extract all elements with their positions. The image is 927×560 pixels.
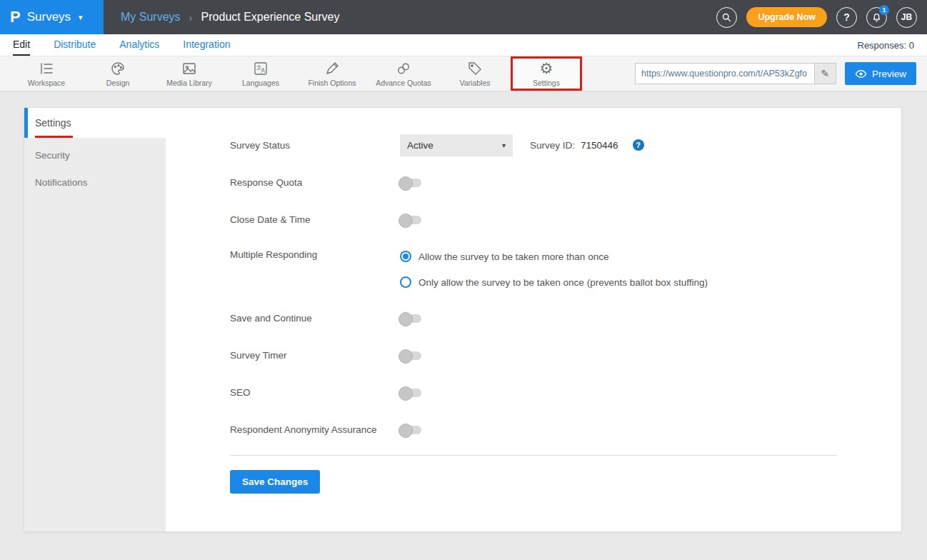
edit-url-button[interactable]: ✎ (814, 64, 836, 84)
page-title: Product Experience Survey (201, 11, 340, 24)
radio-unselected-icon (400, 276, 411, 288)
active-tab-underline (35, 136, 73, 138)
topbar: P Surveys ▾ My Surveys › Product Experie… (0, 0, 927, 34)
pencil-icon: ✎ (821, 68, 830, 79)
survey-url-input[interactable] (636, 64, 814, 84)
toolbar-item-advance-quotas[interactable]: Advance Quotas (368, 56, 439, 91)
topbar-actions: Upgrade Now ? 1 JB (716, 7, 927, 28)
sidebar-item-notifications[interactable]: Notifications (24, 169, 166, 196)
toolbar-item-media-library[interactable]: Media Library (154, 56, 225, 91)
radio-option-only-once[interactable]: Only allow the survey to be taken once (… (400, 272, 837, 292)
settings-panel: Survey Status Active ▾ Survey ID: 715044… (166, 108, 901, 531)
multiple-responding-options: Allow the survey to be taken more than o… (400, 245, 837, 292)
survey-timer-label: Survey Timer (230, 350, 400, 361)
survey-id-value: 7150446 (581, 140, 618, 151)
image-icon (181, 60, 198, 77)
workspace-icon (38, 60, 55, 77)
sidebar-item-label: Security (35, 150, 70, 161)
toolbar-item-languages[interactable]: 文A Languages (225, 56, 296, 91)
save-and-continue-toggle[interactable] (400, 314, 421, 323)
eye-icon (855, 69, 867, 79)
edit-toolbar: Workspace Design Media Library 文A Langua… (0, 56, 927, 91)
toolbar-item-finish-options[interactable]: Finish Options (296, 56, 368, 91)
radio-option-allow-multiple[interactable]: Allow the survey to be taken more than o… (400, 246, 837, 266)
save-changes-button[interactable]: Save Changes (230, 470, 320, 494)
divider (230, 455, 837, 456)
breadcrumb: My Surveys › Product Experience Survey (121, 11, 339, 24)
multiple-responding-label: Multiple Responding (230, 245, 400, 260)
notifications-button[interactable]: 1 (866, 7, 887, 28)
breadcrumb-my-surveys[interactable]: My Surveys (121, 11, 181, 24)
toolbar-item-workspace[interactable]: Workspace (11, 56, 82, 91)
radio-selected-icon (400, 251, 411, 262)
response-quota-row: Response Quota (230, 171, 837, 194)
survey-id-label: Survey ID: (530, 140, 575, 151)
palette-icon (109, 60, 126, 77)
close-date-time-toggle[interactable] (400, 216, 421, 224)
tab-analytics[interactable]: Analytics (119, 34, 159, 56)
breadcrumb-separator-icon: › (189, 11, 193, 24)
avatar[interactable]: JB (896, 7, 917, 28)
preview-button[interactable]: Preview (845, 62, 916, 85)
tab-edit[interactable]: Edit (13, 34, 30, 56)
notification-badge: 1 (879, 5, 889, 15)
section-nav: Edit Distribute Analytics Integration Re… (0, 34, 927, 56)
svg-text:A: A (261, 68, 266, 74)
tab-distribute[interactable]: Distribute (54, 34, 96, 56)
question-mark-icon: ? (843, 11, 850, 23)
toolbar-item-label: Variables (460, 79, 491, 87)
chevron-down-icon: ▾ (79, 13, 83, 22)
responses-count: Responses: 0 (858, 40, 915, 51)
response-quota-toggle[interactable] (400, 179, 421, 187)
search-button[interactable] (716, 7, 737, 28)
toolbar-item-design[interactable]: Design (82, 56, 154, 91)
save-and-continue-label: Save and Continue (230, 313, 400, 324)
close-date-time-row: Close Date & Time (230, 208, 837, 231)
upgrade-now-button[interactable]: Upgrade Now (746, 7, 827, 27)
sidebar-item-label: Notifications (35, 177, 88, 188)
toolbar-item-label: Workspace (28, 79, 65, 87)
sidebar-group: Security Notifications (24, 138, 166, 531)
toolbar-item-settings[interactable]: ⚙ Settings (511, 56, 582, 91)
survey-timer-toggle[interactable] (400, 351, 421, 360)
survey-id-help-icon[interactable]: ? (633, 139, 644, 151)
seo-toggle[interactable] (400, 389, 421, 397)
pen-icon (324, 60, 341, 77)
preview-label: Preview (872, 69, 906, 79)
radio-option-label: Only allow the survey to be taken once (… (419, 277, 708, 288)
toolbar-item-label: Advance Quotas (376, 79, 431, 87)
toolbar-item-label: Languages (242, 79, 279, 87)
seo-row: SEO (230, 381, 837, 404)
toolbar-item-label: Media Library (166, 79, 212, 87)
product-switcher[interactable]: P Surveys ▾ (0, 0, 104, 34)
help-button[interactable]: ? (836, 7, 857, 28)
toolbar-item-label: Finish Options (308, 79, 356, 87)
radio-option-label: Allow the survey to be taken more than o… (419, 251, 608, 262)
sidebar-item-security[interactable]: Security (24, 141, 166, 169)
toolbar-item-variables[interactable]: Variables (439, 56, 511, 91)
settings-sidebar: Settings Security Notifications (24, 108, 166, 531)
seo-label: SEO (230, 387, 400, 398)
chevron-down-icon: ▾ (502, 141, 506, 149)
tab-integration[interactable]: Integration (183, 34, 230, 56)
gear-icon: ⚙ (540, 60, 553, 77)
survey-timer-row: Survey Timer (230, 344, 837, 366)
toolbar-item-label: Design (106, 79, 130, 87)
save-and-continue-row: Save and Continue (230, 306, 837, 329)
sidebar-item-settings[interactable]: Settings (24, 108, 166, 138)
settings-card: Settings Security Notifications Survey S… (24, 107, 902, 532)
questionpro-logo: P (10, 8, 21, 26)
respondent-anonymity-row: Respondent Anonymity Assurance (230, 418, 837, 441)
survey-status-label: Survey Status (230, 140, 400, 151)
respondent-anonymity-label: Respondent Anonymity Assurance (230, 424, 400, 435)
survey-status-select[interactable]: Active ▾ (400, 134, 513, 156)
respondent-anonymity-toggle[interactable] (400, 426, 421, 434)
avatar-initials: JB (901, 12, 912, 22)
survey-url-field: ✎ (635, 63, 836, 84)
multiple-responding-row: Multiple Responding Allow the survey to … (230, 245, 837, 292)
close-date-time-label: Close Date & Time (230, 214, 400, 225)
survey-status-value: Active (407, 140, 434, 151)
survey-status-row: Survey Status Active ▾ Survey ID: 715044… (230, 134, 837, 156)
content-area: Settings Security Notifications Survey S… (0, 91, 927, 560)
app-name: Surveys (27, 10, 71, 24)
